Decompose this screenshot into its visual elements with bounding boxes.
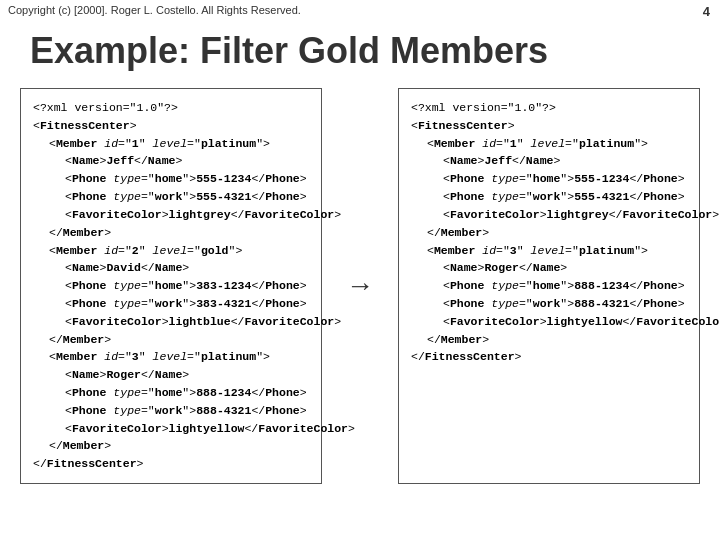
xml-line: <FavoriteColor>lightyellow</FavoriteColo… [33,420,309,438]
page-number: 4 [703,4,710,19]
xml-line: <FitnessCenter> [33,117,309,135]
xml-line: <Phone type="work">555-4321</Phone> [411,188,687,206]
xml-line: <FavoriteColor>lightblue</FavoriteColor> [33,313,309,331]
xml-line: <Name>Jeff</Name> [33,152,309,170]
xml-line: <FitnessCenter> [411,117,687,135]
main-content: <?xml version="1.0"?><FitnessCenter><Mem… [0,88,720,484]
copyright-bar: Copyright (c) [2000]. Roger L. Costello.… [0,0,720,20]
xml-line: <FavoriteColor>lightyellow</FavoriteColo… [411,313,687,331]
xml-line: <FavoriteColor>lightgrey</FavoriteColor> [411,206,687,224]
xml-line: <Member id="2" level="gold"> [33,242,309,260]
xml-line: <FavoriteColor>lightgrey</FavoriteColor> [33,206,309,224]
xml-line: <Name>Roger</Name> [411,259,687,277]
xml-line: <Member id="3" level="platinum"> [411,242,687,260]
xml-line: <?xml version="1.0"?> [411,99,687,117]
left-xml-box: <?xml version="1.0"?><FitnessCenter><Mem… [20,88,322,484]
xml-line: <Phone type="work">555-4321</Phone> [33,188,309,206]
xml-line: <?xml version="1.0"?> [33,99,309,117]
xml-line: </Member> [411,224,687,242]
right-xml-box: <?xml version="1.0"?><FitnessCenter><Mem… [398,88,700,484]
xml-line: <Phone type="home">555-1234</Phone> [33,170,309,188]
xml-line: </FitnessCenter> [411,348,687,366]
xml-line: <Phone type="home">888-1234</Phone> [33,384,309,402]
xml-line: <Phone type="work">888-4321</Phone> [411,295,687,313]
xml-line: <Name>Jeff</Name> [411,152,687,170]
xml-line: </Member> [33,224,309,242]
xml-line: </FitnessCenter> [33,455,309,473]
xml-line: </Member> [411,331,687,349]
xml-line: <Member id="1" level="platinum"> [33,135,309,153]
xml-line: <Member id="3" level="platinum"> [33,348,309,366]
page-title: Example: Filter Gold Members [0,20,720,88]
transform-arrow: → [346,270,374,302]
xml-line: <Name>Roger</Name> [33,366,309,384]
xml-line: <Member id="1" level="platinum"> [411,135,687,153]
xml-line: </Member> [33,437,309,455]
xml-line: <Phone type="work">888-4321</Phone> [33,402,309,420]
xml-line: <Name>David</Name> [33,259,309,277]
xml-line: <Phone type="home">888-1234</Phone> [411,277,687,295]
xml-line: <Phone type="work">383-4321</Phone> [33,295,309,313]
xml-line: <Phone type="home">383-1234</Phone> [33,277,309,295]
xml-line: <Phone type="home">555-1234</Phone> [411,170,687,188]
xml-line: </Member> [33,331,309,349]
